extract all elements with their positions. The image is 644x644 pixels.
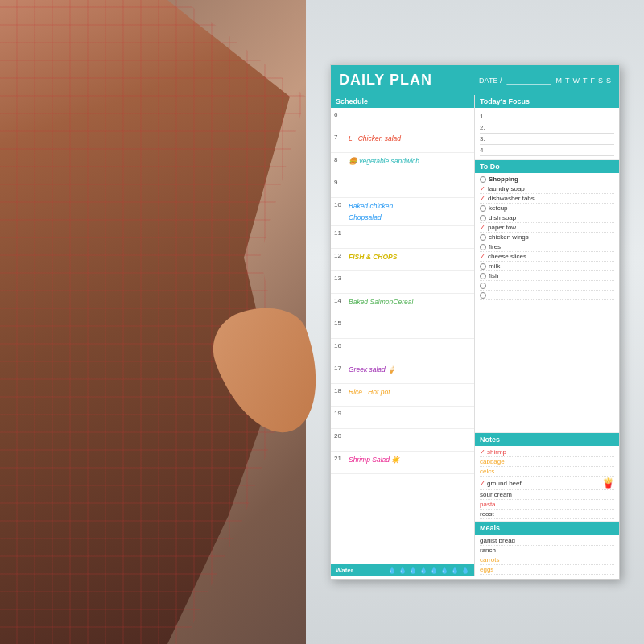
notes-area: ✓ shirmp cabbage celcs ✓ ground beef 🍟 s… [475,446,619,522]
day-letters: M T W T F S S [555,76,611,85]
day-s2: S [606,76,611,85]
todo-checkbox-fish [480,273,486,279]
day-t: T [565,76,570,85]
todo-item-empty1 [480,281,614,291]
planner-title: DAILY PLAN [339,72,432,89]
day-m: M [555,76,562,85]
time-20: 20 [331,431,345,440]
meal-7: L Chicken salad [349,134,401,142]
right-column: Today's Focus 1. 2. 3. 4 To Do Shopping … [475,95,619,576]
focus-line-4: 4 [480,145,614,156]
schedule-content-7: L Chicken salad [345,132,474,145]
planner-body: Schedule 6 7 L Chicken salad 8 [331,95,619,576]
todo-text-fish: fish [489,272,498,279]
day-t2: T [583,76,588,85]
todo-item-empty2 [480,291,614,300]
note-text-celcs: celcs [480,468,494,475]
drop-4: 💧 [419,567,427,574]
focus-line-1: 1. [480,111,614,122]
person-figure [0,0,322,644]
notes-header: Notes [475,433,619,446]
left-column: Schedule 6 7 L Chicken salad 8 [331,95,475,576]
schedule-content-12: FISH & CHOPS [345,250,474,263]
day-s: S [598,76,603,85]
focus-area: 1. 2. 3. 4 [475,108,619,160]
note-item-groundbeef: ✓ ground beef 🍟 [480,477,614,490]
schedule-row-20: 20 [331,429,474,452]
meal-14: Baked SalmonCereal [349,298,413,306]
todo-item-chicken: chicken wings [480,233,614,242]
schedule-content-13 [345,273,474,275]
todo-text-milk: milk [489,262,500,270]
note-item-cabbage: cabbage [480,457,614,467]
schedule-content-8: 🍔 vegetable sandwich [345,155,474,167]
time-21: 21 [331,453,345,462]
schedule-content-6 [345,109,474,111]
schedule-row-21: 21 Shrimp Salad ☀️ [331,452,474,474]
todo-item-dishsoap: dish soap [480,213,614,223]
schedule-row-18: 18 Rice Hot pot [331,384,474,407]
todo-text-chicken: chicken wings [489,233,529,241]
drop-7: 💧 [451,567,459,574]
schedule-content-20 [345,431,474,432]
water-section: Water 💧 💧 💧 💧 💧 💧 💧 💧 [331,564,474,576]
note-check-shirmp: ✓ [480,448,485,456]
note-text-groundbeef: ground beef [487,480,522,487]
time-10: 10 [331,200,345,208]
time-14: 14 [331,295,345,304]
meal-12: FISH & CHOPS [349,253,397,261]
schedule-content-18: Rice Hot pot [345,386,474,398]
todo-checkbox-fires [480,244,486,250]
todo-checkbox-chicken [480,234,486,241]
meal-item-carrots: carrots [480,555,614,565]
todo-checkbox-dishsoap [480,215,486,221]
todo-item-laundry: ✓ laundry soap [480,184,614,194]
todo-check-dishwasher: ✓ [480,195,485,202]
schedule-row-8: 8 🍔 vegetable sandwich [331,153,474,175]
todo-item-fish: fish [480,271,614,281]
focus-line-3: 3. [480,134,614,145]
todo-header: To Do [475,160,619,173]
todo-item-shopping: Shopping [480,175,614,184]
schedule-content-10: Baked chickenChopsalad [345,200,474,224]
time-7: 7 [331,132,345,141]
time-18: 18 [331,386,345,394]
note-text-pasta: pasta [480,501,496,508]
todo-text-dishwasher: dishwasher tabs [488,195,535,202]
schedule-content-21: Shrimp Salad ☀️ [345,453,474,466]
todo-item-ketcup: ketcup [480,204,614,213]
drop-2: 💧 [398,567,407,574]
todo-item-milk: milk [480,262,614,271]
todo-text-cheese: cheese slices [488,253,526,260]
todo-checkbox-milk [480,263,486,270]
note-text-cabbage: cabbage [480,458,505,465]
todo-area: Shopping ✓ laundry soap ✓ dishwasher tab… [475,173,619,433]
meal-item-eggs: eggs [480,565,614,575]
schedule-header: Schedule [331,95,474,108]
time-15: 15 [331,318,345,327]
schedule-row-14: 14 Baked SalmonCereal [331,294,474,316]
day-f: F [590,76,595,85]
todo-checkbox-empty1 [480,283,486,289]
schedule-row-10: 10 Baked chickenChopsalad [331,198,474,226]
planner-header: DAILY PLAN DATE / ___________ M T W T F … [331,65,619,95]
fries-sticker: 🍟 [602,477,614,489]
todo-text-papertow: paper tow [488,224,516,231]
schedule-content-17: Greek salad 🍦 [345,363,474,376]
meal-item-garlist: garlist bread [480,536,614,546]
note-item-shirmp: ✓ shirmp [480,448,614,457]
todo-checkbox-empty2 [480,292,486,299]
drop-1: 💧 [388,567,396,574]
meal-8: 🍔 vegetable sandwich [349,157,419,165]
schedule-row-19: 19 [331,407,474,429]
date-area: DATE / ___________ M T W T F S S [479,76,611,85]
time-6: 6 [331,109,345,118]
schedule-row-9: 9 [331,175,474,198]
water-label: Water [336,567,353,574]
schedule-row-13: 13 [331,271,474,294]
schedule-row-17: 17 Greek salad 🍦 [331,361,474,384]
time-19: 19 [331,408,345,417]
focus-line-2: 2. [480,122,614,134]
note-item-sourcream: sour cream [480,490,614,500]
date-line: ___________ [506,76,551,85]
